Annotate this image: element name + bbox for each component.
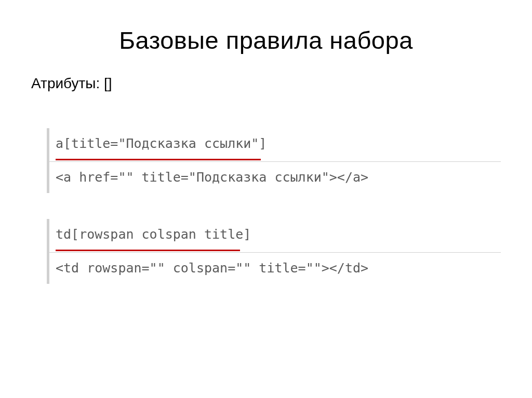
slide: Базовые правила набора Атрибуты: [] a[ti…: [0, 0, 532, 284]
code-result: <td rowspan="" colspan="" title=""></td>: [49, 253, 501, 284]
code-source: a[title="Подсказка ссылки"]: [49, 128, 501, 162]
code-block: a[title="Подсказка ссылки"] <a href="" t…: [47, 128, 501, 193]
slide-subtitle: Атрибуты: []: [31, 75, 501, 92]
code-block: td[rowspan colspan title] <td rowspan=""…: [47, 219, 501, 284]
code-result: <a href="" title="Подсказка ссылки"></a>: [49, 162, 501, 193]
code-source: td[rowspan colspan title]: [49, 219, 501, 253]
slide-title: Базовые правила набора: [31, 26, 501, 54]
code-examples: a[title="Подсказка ссылки"] <a href="" t…: [47, 128, 501, 284]
